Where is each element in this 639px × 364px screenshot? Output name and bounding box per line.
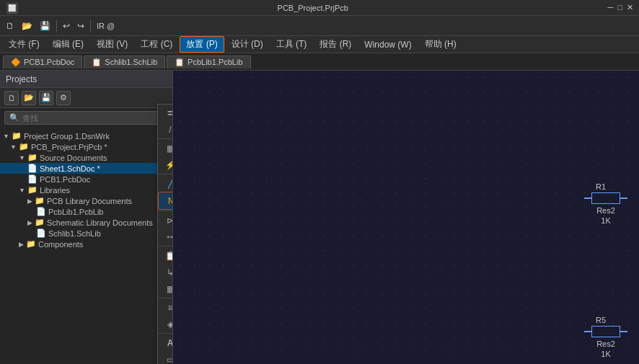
redo-icon[interactable]: ↪ [74,19,87,32]
comp-sheet-icon: ▦ [164,284,173,294]
save-project-btn[interactable]: 💾 [39,91,53,105]
canvas-area[interactable]: R1 Res2 1K R4 Res2 1K [173,71,639,364]
menu-power[interactable]: ⚡ 电源端口 (O) [158,156,173,173]
menu-file[interactable]: 文件 (F) [3,37,45,52]
menu-design[interactable]: 设计 (D) [226,37,269,52]
menu-wire[interactable]: ╱ 线 (W) Ctrl+W [158,175,173,192]
menu-window[interactable]: Window (W) [358,38,417,51]
tab-pcb1-icon: 🔶 [11,58,21,67]
menu-tools[interactable]: 工具 (T) [270,37,313,52]
sidebar-search[interactable]: 🔍 [4,111,168,125]
menu-report[interactable]: 报告 (R) [314,37,357,52]
sheet-icon: 📋 [164,251,173,261]
tree-pcb1doc-label: PCB1.PcbDoc [40,175,90,184]
r5-type: Res2 1K [596,339,615,360]
toolbar-separator-2 [90,20,91,32]
bus-entry-icon: / [164,125,173,135]
tree-pcblib1-label: PcbLib1.PcbLib [48,208,103,216]
sep4 [158,246,173,247]
tab-schlib1-label: Schlib1.SchLib [105,58,157,66]
tree-components-label: Components [38,240,83,249]
expand-icon: ▼ [3,133,9,140]
tree-sheet1[interactable]: 📄 Sheet1.SchDoc * [0,163,172,174]
pcb-lib-folder-icon: 📁 [35,196,45,205]
menu-offsheet[interactable]: ⊶ 离图连接器 (C) [158,228,173,245]
tree-pcb1doc[interactable]: 📄 PCB1.PcbDoc [0,174,172,185]
project-tree: ▼ 📁 Project Group 1.DsnWrk ▼ 📁 PCB_Proje… [0,128,172,252]
tree-components[interactable]: ▶ 📁 Components [0,239,172,249]
tree-pcb-project[interactable]: ▼ 📁 PCB_Project.PrjPcb * [0,141,172,152]
title-bar: 🔲 PCB_Project.PrjPcb ─ □ ✕ [0,0,639,16]
menu-sheet[interactable]: 📋 页面符 (S) [158,247,173,264]
open-project-btn[interactable]: 📂 [22,91,36,105]
menu-sheet-entry[interactable]: ↳ 添加图纸入口 (A) [158,264,173,280]
menu-bus[interactable]: = 总线 (B) [158,105,173,121]
main-layout: Projects 🗋 📂 💾 ⚙ 🔍 ▼ 📁 Project Group 1.D… [0,71,639,364]
menu-component[interactable]: ▦ 器件 (P)... [158,140,173,156]
menu-comp-sheet[interactable]: ▦ 器件页面符 (I) [158,280,173,297]
title-bar-text: PCB_Project.PrjPcb [278,4,348,12]
tree-sch-lib-docs[interactable]: ▶ 📁 Schematic Library Documents [0,217,172,228]
tree-source-docs[interactable]: ▼ 📁 Source Documents [0,152,172,163]
tab-schlib1[interactable]: 📋 Schlib1.SchLib [84,56,165,68]
menu-place[interactable]: 放置 (P) [180,36,224,53]
toolbar-row: 🗋 📂 💾 ↩ ↪ IR @ [0,16,639,36]
save-icon[interactable]: 💾 [37,19,53,32]
menu-project[interactable]: 工程 (C) [135,37,178,52]
expand-icon-2: ▼ [10,143,17,151]
new-project-btn[interactable]: 🗋 [4,91,19,105]
bus-icon: = [164,107,173,119]
wire-icon: ╱ [164,179,173,189]
tabs-bar: 🔶 PCB1.PcbDoc 📋 Schlib1.SchLib 📋 PcbLib1… [0,53,639,71]
menu-help[interactable]: 帮助 (H) [419,37,462,52]
settings-btn[interactable]: ⚙ [56,91,71,105]
menu-edit[interactable]: 编辑 (E) [47,37,89,52]
pcblib1-icon: 📄 [36,207,46,216]
search-input[interactable] [22,114,163,123]
project-folder-icon: 📁 [19,142,29,151]
maximize-btn[interactable]: □ [617,3,622,12]
sch-lib-folder-icon: 📁 [35,218,45,227]
menu-port[interactable]: ⊳ 端口 (R) [158,212,173,228]
close-btn[interactable]: ✕ [627,3,633,12]
tab-schlib1-icon: 📋 [92,58,102,67]
netlabel-icon: N [164,196,173,206]
menu-harness[interactable]: ≡ 线束 (H) [158,299,173,316]
app-icon: 🔲 [6,2,18,14]
tab-pcblib1[interactable]: 📋 PcbLib1.PcbLib [167,56,250,68]
menu-textbox[interactable]: ▭ 文本框 (F) [158,351,173,364]
minimize-btn[interactable]: ─ [608,3,614,12]
power-icon: ⚡ [164,160,173,170]
tab-pcb1[interactable]: 🔶 PCB1.PcbDoc [3,56,82,68]
tree-pcb-lib-docs[interactable]: ▶ 📁 PCB Library Documents [0,195,172,206]
title-bar-left: 🔲 [6,2,18,14]
tree-project-group[interactable]: ▼ 📁 Project Group 1.DsnWrk [0,130,172,141]
menu-directive[interactable]: ◈ 指示 (V) [158,316,173,332]
expand-icon-6: ▶ [27,219,32,226]
open-icon[interactable]: 📂 [19,19,35,32]
tree-libraries[interactable]: ▼ 📁 Libraries [0,185,172,195]
new-icon[interactable]: 🗋 [3,19,17,32]
tree-schlib1[interactable]: 📄 Schlib1.SchLib [0,228,172,239]
tree-sch-lib-docs-label: Schematic Library Documents [47,218,153,227]
toolbar-separator-1 [56,20,57,32]
component-r5: R5 Res2 1K [584,316,627,360]
undo-icon[interactable]: ↩ [60,19,73,32]
tab-pcblib1-icon: 📋 [175,58,185,67]
r5-symbol [584,324,627,339]
tab-pcb1-label: PCB1.PcbDoc [24,58,74,66]
sep6 [158,333,173,334]
menu-view[interactable]: 视图 (V) [91,37,133,52]
sep2 [158,174,173,174]
sidebar-panel: Projects 🗋 📂 💾 ⚙ 🔍 ▼ 📁 Project Group 1.D… [0,71,173,364]
menu-text[interactable]: A 文本字符串 (T) [158,334,173,351]
menu-netlabel[interactable]: N 网络标签 (N) [158,192,173,210]
sidebar-toolbar: 🗋 📂 💾 ⚙ [0,88,172,108]
pcb1doc-icon: 📄 [27,174,38,184]
ir-label: IR @ [97,22,115,30]
menu-bus-entry[interactable]: / 总线入口 (U) [158,121,173,138]
place-dropdown-menu: = 总线 (B) / 总线入口 (U) ▦ 器件 (P)... ⚡ 电源端口 (… [157,104,173,364]
tree-pcblib1[interactable]: 📄 PcbLib1.PcbLib [0,206,172,217]
tree-schlib1-label: Schlib1.SchLib [48,229,101,238]
sheet1-icon: 📄 [27,164,38,173]
